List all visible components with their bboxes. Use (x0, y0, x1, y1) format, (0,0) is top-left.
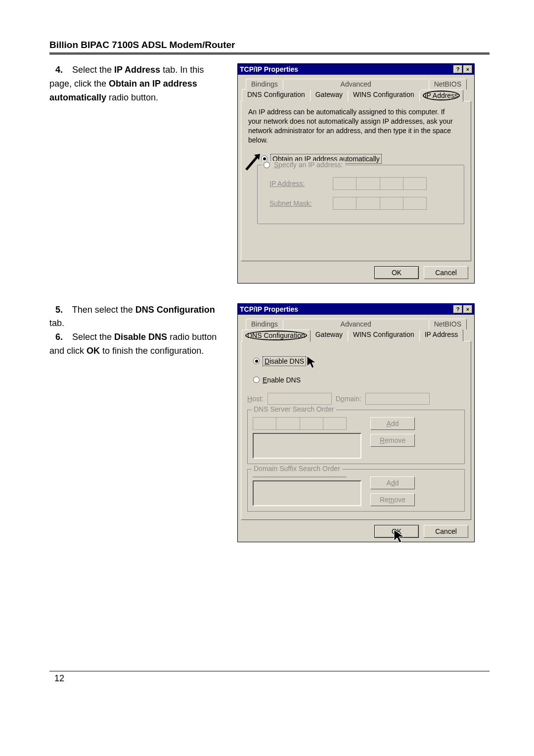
add-button-2[interactable]: Add (370, 476, 415, 489)
remove-button-2[interactable]: Remove (370, 493, 415, 506)
close-icon[interactable]: × (463, 65, 472, 73)
tab-bindings[interactable]: Bindings (246, 79, 283, 90)
ip-address-label: IP Address: (269, 180, 324, 188)
close-icon[interactable]: × (463, 305, 472, 313)
tab-bindings[interactable]: Bindings (246, 319, 283, 330)
tab-gateway[interactable]: Gateway (310, 329, 348, 341)
subnet-mask-label: Subnet Mask: (269, 199, 324, 207)
page-footer: 12 (49, 671, 490, 684)
annotation-arrow-icon (244, 152, 262, 172)
dialog-title: TCP/IP Properties (240, 305, 298, 313)
titlebar: TCP/IP Properties ? × (238, 64, 474, 75)
step-num-4: 4. (55, 65, 70, 75)
instruction-block-5-6: 5. Then select the DNS Configuration tab… (49, 303, 222, 359)
tab-wins-configuration[interactable]: WINS Configuration (348, 329, 420, 341)
dialog-title: TCP/IP Properties (240, 65, 298, 73)
domain-label: Domain: (336, 395, 361, 403)
tab-gateway[interactable]: Gateway (310, 89, 348, 101)
tcpip-properties-dialog-1: TCP/IP Properties ? × Bindings Advanced … (237, 63, 475, 284)
domain-suffix-list[interactable] (253, 480, 361, 506)
domain-suffix-input[interactable] (253, 476, 347, 477)
tab-netbios[interactable]: NetBIOS (429, 319, 467, 330)
host-label: Host: (247, 395, 264, 403)
tab-ip-address[interactable]: IP Address (419, 90, 463, 102)
ip-address-input[interactable] (333, 177, 427, 190)
add-button[interactable]: Add (370, 417, 415, 430)
remove-button[interactable]: Remove (370, 434, 415, 447)
cancel-button[interactable]: Cancel (424, 266, 468, 279)
subnet-mask-input[interactable] (333, 197, 427, 210)
dns-server-list[interactable] (253, 433, 361, 459)
domain-suffix-order-label: Domain Suffix Search Order (252, 465, 342, 472)
instruction-block-4: 4. Select the IP Address tab. In this pa… (49, 63, 222, 105)
cancel-button[interactable]: Cancel (424, 525, 468, 538)
tcpip-properties-dialog-2: TCP/IP Properties ? × Bindings Advanced … (237, 303, 475, 542)
help-icon[interactable]: ? (453, 65, 462, 73)
domain-input[interactable] (365, 393, 430, 405)
dns-server-order-label: DNS Server Search Order (252, 405, 336, 413)
doc-header: Billion BIPAC 7100S ADSL Modem/Router (49, 40, 490, 50)
cursor-icon (392, 528, 409, 545)
tab-wins-configuration[interactable]: WINS Configuration (348, 89, 420, 101)
help-text: An IP address can be automatically assig… (248, 107, 459, 145)
ok-button[interactable]: OK (374, 266, 419, 279)
tab-ip-address[interactable]: IP Address (419, 329, 463, 341)
tab-dns-configuration[interactable]: DNS Configuration (242, 89, 311, 101)
radio-disable-dns[interactable] (253, 358, 260, 364)
radio-specify[interactable] (264, 162, 270, 168)
header-rule (49, 52, 490, 54)
radio-specify-row: Specify an IP address: (262, 161, 345, 169)
titlebar: TCP/IP Properties ? × (238, 304, 474, 315)
page-number: 12 (54, 673, 64, 684)
cursor-icon (306, 355, 320, 370)
step-num-6: 6. (55, 332, 70, 342)
dns-server-input[interactable] (253, 417, 347, 430)
step-num-5: 5. (55, 305, 70, 315)
tab-advanced[interactable]: Advanced (283, 79, 429, 90)
tab-dns-configuration[interactable]: DNS Configuration (242, 330, 311, 342)
radio-enable-dns[interactable] (253, 377, 260, 383)
tab-netbios[interactable]: NetBIOS (429, 79, 467, 90)
host-input[interactable] (267, 393, 332, 405)
tab-advanced[interactable]: Advanced (283, 319, 429, 330)
help-icon[interactable]: ? (453, 305, 462, 313)
